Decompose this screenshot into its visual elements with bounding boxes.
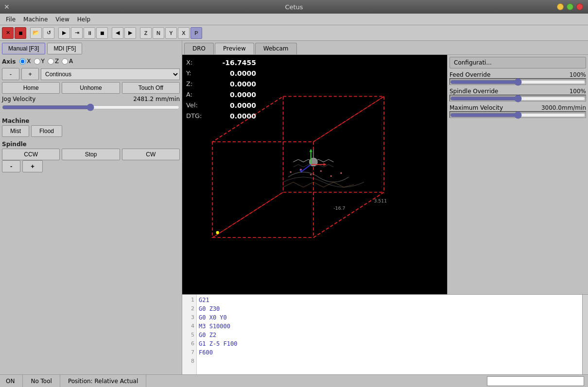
- spindle-override-slider-container: [450, 95, 586, 101]
- step-button[interactable]: ⇥: [71, 27, 83, 39]
- spindle-ccw-button[interactable]: CCW: [2, 149, 60, 160]
- tab-preview[interactable]: Preview: [215, 43, 254, 54]
- tab-webcam[interactable]: Webcam: [255, 43, 297, 54]
- z-axis-button[interactable]: Z: [140, 27, 152, 39]
- axis-y-option[interactable]: Y: [34, 58, 45, 65]
- max-velocity-slider[interactable]: [450, 112, 586, 118]
- svg-point-23: [330, 175, 332, 177]
- code-line-5: G0 Z2: [199, 331, 580, 339]
- y-axis-button[interactable]: Y: [165, 27, 177, 39]
- minimize-button[interactable]: [557, 3, 564, 10]
- line-num-1: 1: [182, 296, 196, 304]
- tabs-bar: DRO Preview Webcam: [182, 41, 588, 55]
- feed-override-slider[interactable]: [450, 79, 586, 85]
- close-button[interactable]: [576, 3, 583, 10]
- status-input[interactable]: [487, 376, 584, 386]
- code-line-6: G1 Z-5 F100: [199, 339, 580, 348]
- mdi-mode-button[interactable]: MDI [F5]: [47, 43, 82, 54]
- line-num-3: 3: [182, 313, 196, 322]
- config-tab-button[interactable]: Configurati...: [450, 57, 586, 68]
- dro-x-label: X:: [186, 59, 192, 67]
- spindle-override-label: Spindle Override: [450, 88, 498, 95]
- jog-velocity-slider-container: [2, 103, 180, 113]
- axis-x-option[interactable]: X: [19, 58, 31, 65]
- spindle-override-value: 100%: [570, 88, 586, 95]
- close-toolbar-button[interactable]: ✕: [2, 27, 14, 39]
- feed-override-value: 100%: [570, 71, 586, 78]
- jog-mode-select[interactable]: Continous Step 0.001 Step 0.01 Step 0.1 …: [41, 68, 180, 80]
- menu-file[interactable]: File: [2, 15, 19, 24]
- axis-a-option[interactable]: A: [62, 58, 73, 65]
- spindle-plus-button[interactable]: +: [22, 160, 43, 172]
- code-scrollbar[interactable]: [582, 295, 588, 374]
- statusbar: ON No Tool Position: Relative Actual: [0, 374, 588, 387]
- dro-vel-label: Vel:: [186, 101, 198, 109]
- menu-help[interactable]: Help: [73, 15, 94, 24]
- max-velocity-value: 3000.0mm/min: [541, 104, 586, 111]
- status-text: ON: [6, 378, 15, 385]
- axis-y-radio[interactable]: [34, 58, 40, 65]
- spindle-cw-button[interactable]: CW: [122, 149, 180, 160]
- dro-y-value: 0.0000: [217, 69, 256, 77]
- feed-override-slider-container: [450, 78, 586, 85]
- open-file-button[interactable]: 📂: [30, 27, 42, 39]
- app-icon: ✕: [4, 3, 10, 11]
- tab-dro[interactable]: DRO: [184, 43, 214, 54]
- home-button[interactable]: Home: [2, 82, 60, 94]
- reload-button[interactable]: ↺: [43, 27, 54, 39]
- dro-overlay: X: -16.7455 Y: 0.0000 Z: 0.0000: [182, 55, 260, 127]
- back-button[interactable]: ◀: [112, 27, 123, 39]
- preview-area: X: -16.7455 Y: 0.0000 Z: 0.0000: [182, 55, 447, 294]
- svg-point-21: [310, 174, 311, 175]
- code-line-2: G0 Z30: [199, 304, 580, 313]
- svg-text:3.511: 3.511: [374, 198, 387, 203]
- spindle-minus-button[interactable]: -: [2, 160, 20, 172]
- titlebar: ✕ Cetus: [0, 0, 588, 14]
- spindle-override-section: Spindle Override 100%: [450, 88, 586, 101]
- touch-off-button[interactable]: Touch Off: [122, 82, 180, 94]
- pause-button[interactable]: ⏸: [84, 27, 95, 39]
- forward-button[interactable]: ▶: [124, 27, 136, 39]
- maximize-button[interactable]: [567, 3, 573, 10]
- dro-z-value: 0.0000: [217, 80, 256, 88]
- jog-velocity-section: Jog Velocity 2481.2 mm/min: [2, 96, 180, 114]
- line-num-7: 7: [182, 348, 196, 357]
- axis-z-radio[interactable]: [48, 58, 54, 65]
- menu-view[interactable]: View: [52, 15, 73, 24]
- line-num-2: 2: [182, 304, 196, 313]
- line-num-5: 5: [182, 331, 196, 339]
- code-editor[interactable]: G21 G0 Z30 G0 X0 Y0 M3 S10000 G0 Z2 G1 Z…: [197, 295, 582, 374]
- line-num-6: 6: [182, 339, 196, 348]
- axis-z-option[interactable]: Z: [48, 58, 59, 65]
- p-button[interactable]: P: [190, 27, 202, 39]
- n-button[interactable]: N: [153, 27, 164, 39]
- x-axis-button[interactable]: X: [178, 27, 190, 39]
- run-button[interactable]: ▶: [58, 27, 70, 39]
- status-position: Position: Relative Actual: [60, 375, 146, 387]
- code-line-4: M3 S10000: [199, 322, 580, 331]
- axis-a-radio[interactable]: [62, 58, 68, 65]
- window-title: Cetus: [285, 3, 303, 11]
- manual-mode-button[interactable]: Manual [F3]: [2, 43, 45, 54]
- axis-x-radio[interactable]: [19, 58, 26, 65]
- mode-buttons: Manual [F3] MDI [F5]: [2, 43, 180, 54]
- status-on: ON: [4, 375, 23, 387]
- jog-minus-button[interactable]: -: [2, 68, 19, 80]
- spindle-override-slider[interactable]: [450, 95, 586, 102]
- svg-point-19: [290, 171, 292, 173]
- max-velocity-section: Maximum Velocity 3000.0mm/min: [450, 104, 586, 118]
- spindle-section: Spindle CCW Stop CW - +: [2, 139, 180, 172]
- dro-z-label: Z:: [186, 80, 192, 88]
- stop-button[interactable]: ⏹: [96, 27, 108, 39]
- jog-plus-button[interactable]: +: [21, 68, 39, 80]
- unhome-button[interactable]: Unhome: [62, 82, 120, 94]
- dro-x-value: -16.7455: [217, 59, 256, 67]
- flood-button[interactable]: Flood: [31, 125, 62, 137]
- dro-dtg-label: DTG:: [186, 112, 202, 120]
- jog-velocity-slider[interactable]: [2, 103, 180, 111]
- spindle-stop-button[interactable]: Stop: [62, 149, 120, 160]
- menu-machine[interactable]: Machine: [19, 15, 52, 24]
- mist-button[interactable]: Mist: [2, 125, 29, 137]
- estop-button[interactable]: ⏹: [15, 27, 26, 39]
- svg-point-24: [340, 172, 342, 174]
